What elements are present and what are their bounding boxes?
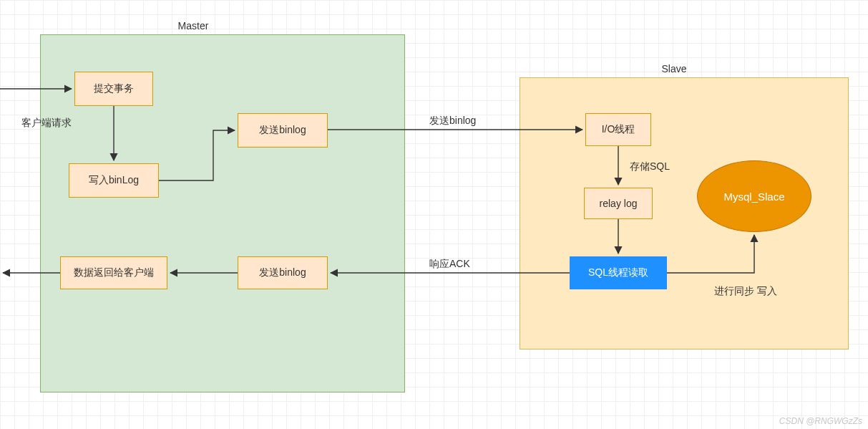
label-client-request: 客户端请求 <box>21 117 72 130</box>
master-title: Master <box>178 20 209 32</box>
node-sql-thread: SQL线程读取 <box>570 256 667 289</box>
label-sync-write: 进行同步 写入 <box>714 285 777 298</box>
label-send-binlog: 发送binlog <box>429 115 476 127</box>
node-relay-log: relay log <box>584 188 653 219</box>
node-mysql-slave: Mysql_Slace <box>697 160 811 232</box>
watermark: CSDN @RNGWGzZs <box>779 416 862 426</box>
node-send-binlog-top: 发送binlog <box>238 113 328 148</box>
label-ack: 响应ACK <box>429 258 470 271</box>
node-write-binlog: 写入binLog <box>69 163 159 198</box>
slave-title: Slave <box>661 63 686 74</box>
node-return-client: 数据返回给客户端 <box>60 256 167 289</box>
node-send-binlog-bottom: 发送binlog <box>238 256 328 289</box>
node-commit-tx: 提交事务 <box>74 72 153 106</box>
node-io-thread: I/O线程 <box>585 113 651 146</box>
label-store-sql: 存储SQL <box>630 160 670 173</box>
